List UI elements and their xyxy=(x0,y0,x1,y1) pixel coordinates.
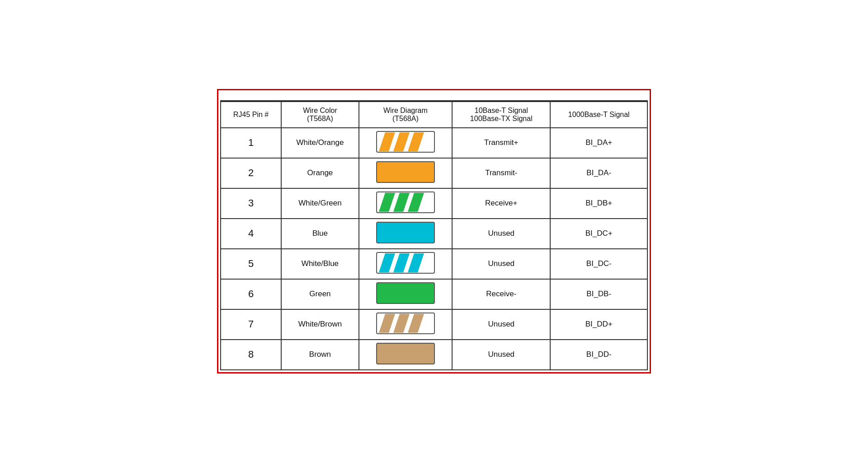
signal-10-100: Transmit+ xyxy=(452,128,550,158)
signal-10-100: Unused xyxy=(452,340,550,370)
signal-1000: BI_DA+ xyxy=(550,128,647,158)
wire-color-label: Brown xyxy=(281,340,359,370)
table-row: 6Green Receive-BI_DB- xyxy=(221,279,647,309)
wire-color-label: Orange xyxy=(281,158,359,188)
wire-diagram-cell xyxy=(359,279,452,309)
svg-rect-5 xyxy=(377,162,434,182)
signal-1000: BI_DB- xyxy=(550,279,647,309)
wire-diagram-cell xyxy=(359,249,452,279)
wire-color-label: White/Green xyxy=(281,188,359,219)
col-header-signal-10-100: 10Base-T Signal100Base-TX Signal xyxy=(452,102,550,128)
signal-10-100: Unused xyxy=(452,219,550,249)
table-row: 5White/Blue UnusedBI_DC- xyxy=(221,249,647,279)
col-header-pin: RJ45 Pin # xyxy=(221,102,281,128)
pin-number: 3 xyxy=(221,188,281,219)
pin-number: 6 xyxy=(221,279,281,309)
svg-rect-23 xyxy=(377,343,434,364)
wire-diagram-cell xyxy=(359,309,452,340)
svg-rect-11 xyxy=(377,222,434,243)
table-row: 1White/Orange Transmit+BI_DA+ xyxy=(221,128,647,158)
wire-color-label: White/Blue xyxy=(281,249,359,279)
wire-color-label: White/Orange xyxy=(281,128,359,158)
pin-number: 5 xyxy=(221,249,281,279)
wire-color-label: White/Brown xyxy=(281,309,359,340)
signal-1000: BI_DB+ xyxy=(550,188,647,219)
svg-rect-17 xyxy=(377,283,434,303)
signal-10-100: Transmit- xyxy=(452,158,550,188)
diagram-container: RJ45 Pin # Wire Color(T568A) Wire Diagra… xyxy=(217,89,651,373)
col-header-diagram: Wire Diagram(T568A) xyxy=(359,102,452,128)
table-header-row: RJ45 Pin # Wire Color(T568A) Wire Diagra… xyxy=(221,102,647,128)
wire-color-label: Green xyxy=(281,279,359,309)
pin-number: 8 xyxy=(221,340,281,370)
wire-diagram-cell xyxy=(359,188,452,219)
signal-10-100: Unused xyxy=(452,249,550,279)
wire-diagram-cell xyxy=(359,128,452,158)
pin-number: 7 xyxy=(221,309,281,340)
table-row: 4Blue UnusedBI_DC+ xyxy=(221,219,647,249)
signal-10-100: Receive- xyxy=(452,279,550,309)
wire-diagram-cell xyxy=(359,158,452,188)
signal-1000: BI_DC- xyxy=(550,249,647,279)
signal-1000: BI_DA- xyxy=(550,158,647,188)
wire-color-label: Blue xyxy=(281,219,359,249)
wire-table: RJ45 Pin # Wire Color(T568A) Wire Diagra… xyxy=(220,101,648,370)
table-row: 2Orange Transmit-BI_DA- xyxy=(221,158,647,188)
col-header-color: Wire Color(T568A) xyxy=(281,102,359,128)
wire-diagram-cell xyxy=(359,340,452,370)
pin-number: 4 xyxy=(221,219,281,249)
table-row: 8Brown UnusedBI_DD- xyxy=(221,340,647,370)
page-title xyxy=(220,92,648,101)
signal-1000: BI_DD- xyxy=(550,340,647,370)
table-row: 3White/Green Receive+BI_DB+ xyxy=(221,188,647,219)
signal-10-100: Receive+ xyxy=(452,188,550,219)
wire-diagram-cell xyxy=(359,219,452,249)
pin-number: 1 xyxy=(221,128,281,158)
col-header-signal-1000: 1000Base-T Signal xyxy=(550,102,647,128)
signal-10-100: Unused xyxy=(452,309,550,340)
pin-number: 2 xyxy=(221,158,281,188)
signal-1000: BI_DC+ xyxy=(550,219,647,249)
table-row: 7White/Brown UnusedBI_DD+ xyxy=(221,309,647,340)
signal-1000: BI_DD+ xyxy=(550,309,647,340)
